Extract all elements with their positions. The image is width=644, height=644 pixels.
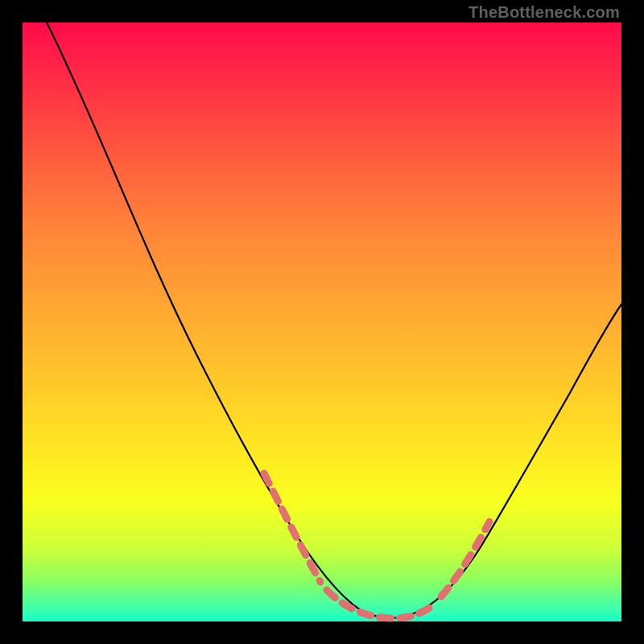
pink-dash-left <box>264 473 320 582</box>
watermark-text: TheBottleneck.com <box>469 3 620 22</box>
chart-frame: TheBottleneck.com <box>0 0 644 644</box>
chart-svg <box>23 23 621 621</box>
plot-area <box>23 23 621 621</box>
bottleneck-curve-line <box>47 23 621 618</box>
pink-dash-right <box>441 522 489 597</box>
pink-dash-bottom <box>327 590 435 618</box>
